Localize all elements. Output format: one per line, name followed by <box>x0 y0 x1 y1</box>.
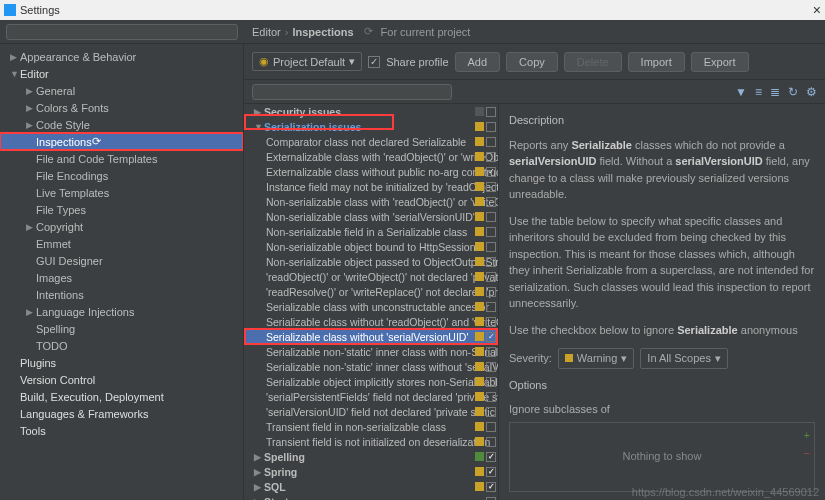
inspection-category[interactable]: ▶Spelling <box>244 449 498 464</box>
inspection-checkbox[interactable] <box>486 362 496 372</box>
sidebar-item[interactable]: File Types <box>0 201 243 218</box>
sidebar-item[interactable]: Languages & Frameworks <box>0 405 243 422</box>
inspection-checkbox[interactable] <box>486 422 496 432</box>
settings-sidebar[interactable]: ▶Appearance & Behavior▼Editor▶General▶Co… <box>0 44 244 500</box>
filter-icon[interactable]: ▼ <box>735 85 747 99</box>
inspection-checkbox[interactable] <box>486 332 496 342</box>
breadcrumb-root[interactable]: Editor <box>252 26 281 38</box>
sidebar-item[interactable]: Plugins <box>0 354 243 371</box>
inspection-item[interactable]: 'serialVersionUID' field not declared 'p… <box>244 404 498 419</box>
copy-button[interactable]: Copy <box>506 52 558 72</box>
sidebar-item[interactable]: ▶Colors & Fonts <box>0 99 243 116</box>
sidebar-item[interactable]: ▶General <box>0 82 243 99</box>
inspection-item[interactable]: Non-serializable class with 'readObject(… <box>244 194 498 209</box>
inspection-item[interactable]: Transient field in non-serializable clas… <box>244 419 498 434</box>
inspection-item[interactable]: 'serialPersistentFields' field not decla… <box>244 389 498 404</box>
inspection-checkbox[interactable] <box>486 122 496 132</box>
inspection-checkbox[interactable] <box>486 317 496 327</box>
settings-search-input[interactable] <box>6 24 238 40</box>
expand-icon[interactable]: ≡ <box>755 85 762 99</box>
inspection-checkbox[interactable] <box>486 302 496 312</box>
sidebar-item[interactable]: Live Templates <box>0 184 243 201</box>
inspection-checkbox[interactable] <box>486 467 496 477</box>
sidebar-item[interactable]: Spelling <box>0 320 243 337</box>
export-button[interactable]: Export <box>691 52 749 72</box>
inspection-item[interactable]: Serializable class without 'readObject()… <box>244 314 498 329</box>
sidebar-item[interactable]: Images <box>0 269 243 286</box>
inspection-checkbox[interactable] <box>486 212 496 222</box>
plus-icon[interactable]: + <box>804 427 810 444</box>
inspection-checkbox[interactable] <box>486 167 496 177</box>
collapse-icon[interactable]: ≣ <box>770 85 780 99</box>
severity-combo[interactable]: Warning ▾ <box>558 348 635 369</box>
inspection-item[interactable]: Comparator class not declared Serializab… <box>244 134 498 149</box>
inspection-category[interactable]: ▶SQL <box>244 479 498 494</box>
inspection-item[interactable]: 'readResolve()' or 'writeReplace()' not … <box>244 284 498 299</box>
inspection-checkbox[interactable] <box>486 242 496 252</box>
inspection-search-input[interactable] <box>252 84 452 100</box>
inspection-category[interactable]: ▶Security issues <box>244 104 498 119</box>
inspection-checkbox[interactable] <box>486 197 496 207</box>
close-icon[interactable]: × <box>813 2 821 18</box>
inspection-checkbox[interactable] <box>486 287 496 297</box>
sidebar-item[interactable]: File Encodings <box>0 167 243 184</box>
inspection-item[interactable]: Serializable non-'static' inner class wi… <box>244 359 498 374</box>
inspection-checkbox[interactable] <box>486 452 496 462</box>
sidebar-item[interactable]: ▶Appearance & Behavior <box>0 48 243 65</box>
sidebar-item[interactable]: ▶Copyright <box>0 218 243 235</box>
inspection-checkbox[interactable] <box>486 152 496 162</box>
sidebar-item[interactable]: TODO <box>0 337 243 354</box>
inspection-item[interactable]: Serializable class without 'serialVersio… <box>244 329 498 344</box>
inspection-item[interactable]: Instance field may not be initialized by… <box>244 179 498 194</box>
inspection-checkbox[interactable] <box>486 482 496 492</box>
inspection-checkbox[interactable] <box>486 392 496 402</box>
inspection-category[interactable]: ▶Spring <box>244 464 498 479</box>
sidebar-item[interactable]: Intentions <box>0 286 243 303</box>
inspection-item[interactable]: Externalizable class without public no-a… <box>244 164 498 179</box>
inspection-item[interactable]: Serializable class with unconstructable … <box>244 299 498 314</box>
sidebar-item[interactable]: ▶Code Style <box>0 116 243 133</box>
inspection-checkbox[interactable] <box>486 257 496 267</box>
inspection-checkbox[interactable] <box>486 347 496 357</box>
inspection-checkbox[interactable] <box>486 272 496 282</box>
sidebar-item[interactable]: ▶Language Injections <box>0 303 243 320</box>
inspection-item[interactable]: Non-serializable object passed to Object… <box>244 254 498 269</box>
inspection-checkbox[interactable] <box>486 227 496 237</box>
scope-combo[interactable]: In All Scopes ▾ <box>640 348 728 369</box>
inspection-checkbox[interactable] <box>486 182 496 192</box>
inspection-item[interactable]: Serializable non-'static' inner class wi… <box>244 344 498 359</box>
inspection-item[interactable]: Serializable object implicitly stores no… <box>244 374 498 389</box>
sidebar-item[interactable]: File and Code Templates <box>0 150 243 167</box>
ignore-subclasses-list[interactable]: Nothing to show + − <box>509 422 815 492</box>
inspection-checkbox[interactable] <box>486 377 496 387</box>
reset-icon[interactable]: ⟳ <box>92 135 101 148</box>
sidebar-item[interactable]: GUI Designer <box>0 252 243 269</box>
inspection-checkbox[interactable] <box>486 137 496 147</box>
inspection-tree[interactable]: ▶Security issues▼Serialization issuesCom… <box>244 104 498 500</box>
inspection-item[interactable]: 'readObject()' or 'writeObject()' not de… <box>244 269 498 284</box>
sidebar-item[interactable]: Inspections ⟳ <box>0 133 243 150</box>
profile-selector[interactable]: ◉ Project Default ▾ <box>252 52 362 71</box>
sidebar-item[interactable]: Version Control <box>0 371 243 388</box>
inspection-checkbox[interactable] <box>486 107 496 117</box>
sidebar-item[interactable]: Build, Execution, Deployment <box>0 388 243 405</box>
inspection-category[interactable]: ▼Serialization issues <box>244 119 498 134</box>
reset-profile-icon[interactable]: ↻ <box>788 85 798 99</box>
add-button[interactable]: Add <box>455 52 501 72</box>
sidebar-item[interactable]: ▼Editor <box>0 65 243 82</box>
gear-icon[interactable]: ⚙ <box>806 85 817 99</box>
inspection-category[interactable]: ▶Struts <box>244 494 498 500</box>
inspection-item[interactable]: Non-serializable object bound to HttpSes… <box>244 239 498 254</box>
share-profile-checkbox[interactable] <box>368 56 380 68</box>
reset-icon[interactable]: ⟳ <box>364 25 373 38</box>
inspection-checkbox[interactable] <box>486 497 496 501</box>
inspection-checkbox[interactable] <box>486 437 496 447</box>
sidebar-item[interactable]: Emmet <box>0 235 243 252</box>
minus-icon[interactable]: − <box>804 445 810 462</box>
sidebar-item[interactable]: Tools <box>0 422 243 439</box>
inspection-item[interactable]: Non-serializable field in a Serializable… <box>244 224 498 239</box>
inspection-item[interactable]: Non-serializable class with 'serialVersi… <box>244 209 498 224</box>
import-button[interactable]: Import <box>628 52 685 72</box>
inspection-item[interactable]: Externalizable class with 'readObject()'… <box>244 149 498 164</box>
inspection-item[interactable]: Transient field is not initialized on de… <box>244 434 498 449</box>
